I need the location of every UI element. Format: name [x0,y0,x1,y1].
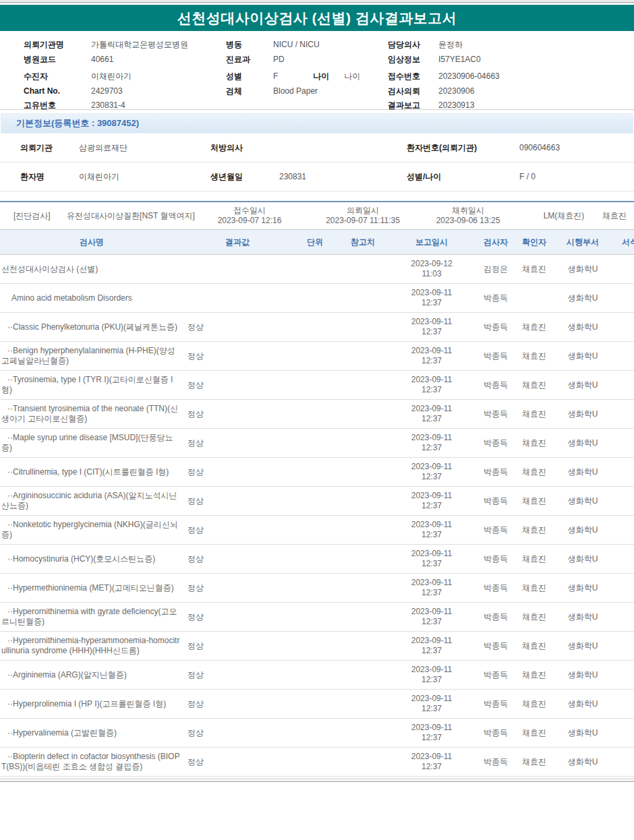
header-info-row: 담당의사 윤정하 [388,38,631,53]
diagnostic-test-summary: [진단검사] 유전성대사이상질환[NST 혈액여지] 접수일시 2023-09-… [0,202,634,230]
field-label: 처방의사 [210,142,279,154]
test-result: 정상 [183,376,291,395]
field-value: 20230913 [438,98,474,113]
field-label: Chart No. [24,84,91,99]
test-reference [339,642,387,650]
field-label: 검체 [226,84,273,99]
test-result: 정상 [183,318,291,337]
form-cell [612,497,634,505]
field-value: 삼광의료재단 [79,142,210,154]
tester-name: 박종득 [476,289,515,308]
form-cell [612,758,634,766]
department-name: 생화학U [553,260,612,279]
field-value: 230831-4 [91,98,125,113]
table-row: ··Tyrosinemia, type I (TYR I)(고타이로신혈증 I형… [0,371,634,400]
test-unit [291,410,339,418]
table-row: ··Hyperornithinemia with gyrate deficien… [0,603,634,632]
test-result: 정상 [183,723,291,743]
collector: 채효진 [596,202,633,229]
basic-info-row: 환자명 이채린아기 생년월일 230831 성별/나이 F / 0 [0,162,634,191]
test-name: ··Biopterin defect in cofactor biosynthe… [0,748,183,776]
field-label: 결과보고 [388,98,438,113]
tester-name: 박종득 [476,694,515,714]
form-cell [612,323,634,331]
test-name: ··Hyperprolinemia I (HP I)(고프롤린혈증 I형) [0,695,183,713]
test-unit [291,294,339,302]
test-result: 정상 [183,578,291,598]
header-info-row: 임상정보 I57YE1AC0 [388,53,631,67]
table-row: ··Hypervalinemia (고발린혈증) 정상 2023-09-11 1… [0,719,634,748]
column-header-confirmer: 확인자 [515,237,553,248]
field-label: 고유번호 [24,98,91,113]
test-reference [339,758,387,766]
field-value-secondary: 나이 [344,69,360,84]
test-reference [339,497,387,505]
horizontal-scrollbar-top[interactable] [0,0,634,3]
department-name: 생화학U [553,636,612,656]
confirmer-name: 채효진 [515,578,553,598]
tester-name: 박종득 [476,491,515,511]
test-result: 정상 [183,347,291,366]
report-datetime: 2023-09-11 12:37 [387,632,476,660]
column-header-report-datetime: 보고일시 [387,237,476,248]
field-label: 접수번호 [388,69,438,84]
tester-name: 박종득 [476,404,515,424]
horizontal-scrollbar-bottom[interactable] [0,778,634,782]
table-row: ··Hypermethioninemia (MET)(고메티오닌혈증) 정상 2… [0,574,634,603]
report-datetime: 2023-09-11 12:37 [387,342,476,370]
header-info-row: 의뢰기관명 가톨릭대학교은평성모병원 [24,38,223,53]
department-name: 생화학U [553,607,612,627]
field-label: 환자번호(의뢰기관) [407,142,519,154]
form-cell [612,439,634,447]
form-cell [612,352,634,360]
confirmer-name [515,294,553,302]
header-info-row: Chart No. 2429703 [24,84,223,99]
field-value: PD [273,53,285,67]
department-name: 생화학U [553,665,612,685]
field-label: 성별/나이 [407,171,519,183]
test-name: ··Citrullinemia, type I (CIT)(시트룰린혈증 I형) [0,463,183,481]
test-unit [291,497,339,505]
basic-info-row: 의뢰기관 삼광의료재단 처방의사 환자번호(의뢰기관) 090604663 [0,133,634,162]
test-name: ··Hypervalinemia (고발린혈증) [0,724,183,742]
confirmer-name: 채효진 [515,347,553,366]
report-datetime: 2023-09-11 12:37 [387,371,476,399]
form-cell [612,381,634,389]
header-info-row: 진료과 PD [226,53,386,67]
report-datetime: 2023-09-11 12:37 [387,574,476,602]
tester-name: 박종득 [476,376,515,395]
test-name: ··Nonketotic hyperglycinemia (NKHG)(글리신뇌… [0,516,183,544]
department-name: 생화학U [553,491,612,511]
field-value: 2023-09-07 12:16 [202,216,297,226]
test-name: ··Classic Phenylketonuria (PKU)(페닐케톤뇨증) [0,318,183,336]
form-cell [612,729,634,737]
confirmer-name: 채효진 [515,636,553,656]
field-label: 병동 [226,38,273,53]
confirmer-name: 채효진 [515,404,553,424]
department-name: 생화학U [553,347,612,366]
table-row: ··Classic Phenylketonuria (PKU)(페닐케톤뇨증) … [0,313,634,342]
field-label: 병원코드 [24,53,91,67]
field-label: 검사의뢰 [388,84,438,99]
table-row: ··Maple syrup urine disease [MSUD](단풍당뇨증… [0,429,634,458]
report-datetime: 2023-09-11 12:37 [387,487,476,515]
report-datetime: 2023-09-11 12:37 [387,429,476,457]
header-info-row: 고유번호 230831-4 [24,98,223,113]
test-unit [291,613,339,621]
column-header-department: 시행부서 [553,237,612,248]
confirmer-name: 채효진 [515,607,553,627]
tester-name: 박종득 [476,636,515,656]
table-row: ··Hyperornithinemia-hyperammonemia-homoc… [0,632,634,661]
report-title-bar: 선천성대사이상검사 (선별) 검사결과보고서 [0,5,634,31]
report-datetime: 2023-09-11 12:37 [387,400,476,428]
test-result [183,294,291,302]
test-unit [291,758,339,766]
column-header-test-name: 검사명 [0,237,183,248]
test-reference [339,526,387,534]
department-name: 생화학U [553,404,612,424]
field-value: 윤정하 [438,38,463,53]
department-name: 생화학U [553,723,612,743]
department-name: 생화학U [553,462,612,482]
report-datetime: 2023-09-11 12:37 [387,313,476,341]
confirmer-name: 채효진 [515,260,553,279]
